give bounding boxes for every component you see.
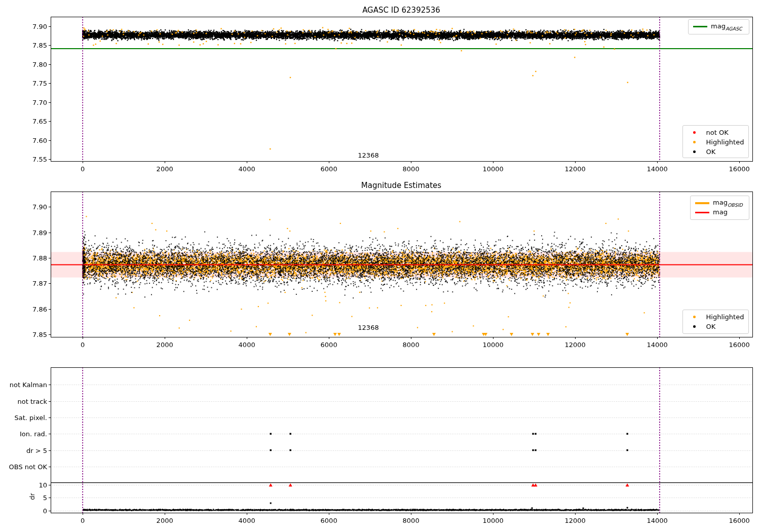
legend-item: OK — [686, 322, 745, 331]
x-tick-label: 16000 — [729, 517, 749, 524]
x-tick-label: 0 — [81, 517, 85, 524]
x-tick-label: 14000 — [647, 517, 667, 524]
ok-label: OK — [706, 148, 716, 156]
category-label: not track — [17, 397, 47, 405]
dr-tick-label: 0 — [43, 507, 47, 514]
y-tick-label: 7.89 — [32, 229, 47, 236]
x-tick-label: 16000 — [729, 165, 749, 173]
y-tick-label: 7.65 — [32, 118, 47, 125]
ok-label: OK — [706, 323, 716, 330]
highlighted-marker — [693, 141, 696, 143]
plot1-title: AGASC ID 62392536 — [362, 6, 440, 15]
x-tick-label: 6000 — [321, 341, 337, 349]
x-tick-label: 12000 — [564, 517, 585, 524]
legend-item: OK — [686, 147, 745, 157]
mag-label: mag — [713, 208, 728, 217]
plot1-marker-legend: not OK Highlighted OK — [682, 125, 749, 158]
dr-tick-label: 5 — [43, 494, 47, 502]
plot2-title: Magnitude Estimates — [361, 181, 441, 190]
highlighted-label: Highlighted — [706, 313, 744, 321]
y-tick-label: 7.85 — [32, 42, 47, 49]
y-tick-label: 7.86 — [32, 305, 47, 313]
highlighted-label: Highlighted — [706, 138, 744, 146]
x-tick-label: 14000 — [647, 341, 667, 349]
x-tick-label: 12000 — [564, 341, 585, 349]
legend-item: mag — [694, 208, 746, 217]
mag-obsid-label: magOBSID — [713, 199, 743, 208]
plot2-sample-count: 12368 — [358, 324, 378, 331]
y-tick-label: 7.90 — [32, 22, 47, 30]
plot1-sample-count: 12368 — [358, 151, 378, 159]
y-tick-label: 7.55 — [32, 156, 47, 163]
legend-item: not OK — [686, 128, 745, 137]
plot3-y-axis-label: dr — [28, 493, 36, 500]
x-tick-label: 8000 — [403, 165, 420, 173]
y-tick-label: 7.60 — [32, 136, 47, 144]
mag-agasc-label: magAGASC — [711, 22, 742, 31]
not-ok-label: not OK — [706, 129, 729, 136]
x-tick-label: 6000 — [321, 165, 337, 173]
dr-tick-label: 10 — [39, 481, 47, 489]
y-tick-label: 7.87 — [32, 280, 47, 287]
y-tick-label: 7.70 — [32, 98, 47, 106]
category-label: not Kalman — [10, 381, 47, 389]
mag-agasc-line-sample — [693, 26, 707, 27]
plot1-line-legend: magAGASC — [688, 19, 749, 34]
x-tick-label: 2000 — [157, 165, 173, 173]
x-tick-label: 4000 — [239, 341, 255, 349]
plot2-line-legend: magOBSID mag — [690, 196, 749, 220]
legend-item: magOBSID — [694, 198, 746, 208]
plots-canvas — [0, 0, 760, 532]
y-tick-label: 7.88 — [32, 254, 47, 261]
legend-item: Highlighted — [686, 137, 745, 147]
x-tick-label: 2000 — [157, 341, 173, 349]
highlighted-marker — [693, 316, 696, 318]
x-tick-label: 4000 — [239, 165, 255, 173]
ok-marker — [693, 150, 696, 153]
legend-item: magAGASC — [692, 22, 746, 31]
category-label: Sat. pixel. — [15, 413, 47, 421]
x-tick-label: 2000 — [157, 517, 173, 524]
x-tick-label: 16000 — [729, 341, 749, 349]
category-label: Ion. rad. — [20, 430, 47, 438]
x-tick-label: 10000 — [482, 517, 503, 524]
x-tick-label: 14000 — [647, 165, 667, 173]
not-ok-marker — [693, 131, 696, 134]
x-tick-label: 0 — [81, 341, 85, 349]
x-tick-label: 10000 — [482, 341, 503, 349]
legend-item: Highlighted — [686, 312, 745, 322]
x-tick-label: 8000 — [403, 517, 420, 524]
y-tick-label: 7.90 — [32, 203, 47, 211]
x-tick-label: 4000 — [239, 517, 255, 524]
x-tick-label: 10000 — [482, 165, 503, 173]
y-tick-label: 7.80 — [32, 60, 47, 68]
mag-line-sample — [695, 212, 709, 213]
ok-marker — [693, 325, 696, 328]
y-tick-label: 7.85 — [32, 330, 47, 338]
plot2-marker-legend: Highlighted OK — [682, 310, 749, 334]
figure: AGASC ID 62392536 Magnitude Estimates 12… — [0, 0, 760, 532]
x-tick-label: 0 — [81, 165, 85, 173]
category-label: dr > 5 — [26, 446, 47, 454]
mag-obsid-line-sample — [695, 202, 709, 204]
x-tick-label: 6000 — [321, 517, 337, 524]
category-label: OBS not OK — [9, 463, 48, 470]
x-tick-label: 12000 — [564, 165, 585, 173]
x-tick-label: 8000 — [403, 341, 420, 349]
y-tick-label: 7.75 — [32, 80, 47, 87]
